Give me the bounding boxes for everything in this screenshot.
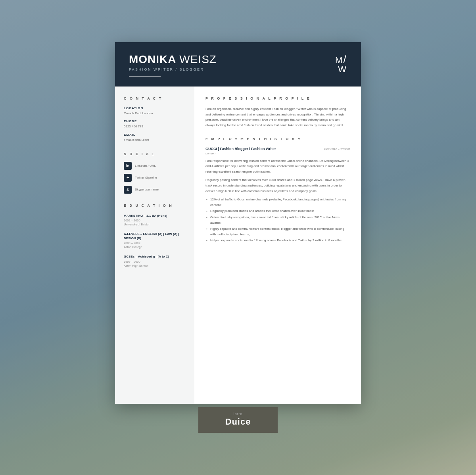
skype-icon: S <box>124 186 132 194</box>
email-label: EMAIL <box>124 133 186 137</box>
twitter-icon: ✦ <box>124 174 132 182</box>
header-title: FASHION WRITER / BLOGGER <box>129 67 217 71</box>
resume-paper: MONIKA WEISZ FASHION WRITER / BLOGGER M/… <box>115 42 361 404</box>
edu-school-1: University of Bristol <box>124 223 186 226</box>
linkedin-text: LinkedIn / URL <box>135 164 156 167</box>
edu-school-2: Aston College <box>124 245 186 249</box>
profile-text: I am an organised, creative and highly e… <box>205 106 350 128</box>
header-line <box>129 76 161 77</box>
skype-text: Skype username <box>135 188 159 191</box>
job-desc-1: I am responsible for delivering fashion … <box>205 158 350 175</box>
monogram-bottom: W <box>338 64 347 74</box>
branding-name: Duice <box>206 417 270 427</box>
edu-item-2: A-LEVELS – ENGLISH (A) | LAW (A) | DESIG… <box>124 232 186 249</box>
edu-year-2: 2000 – 2002 <box>124 241 186 245</box>
edu-school-3: Aston High School <box>124 264 186 267</box>
contact-section: C O N T A C T LOCATION Crouch End, Londo… <box>124 96 186 142</box>
resume-header: MONIKA WEISZ FASHION WRITER / BLOGGER M/… <box>115 42 361 87</box>
bullet-5: Helped expand a social media following a… <box>205 238 350 243</box>
bullet-3: Gained industry recognition, I was award… <box>205 215 350 225</box>
twitter-item: ✦ Twitter @profile <box>124 174 186 182</box>
bullet-4: Highly capable and communicative content… <box>205 226 350 237</box>
header-left: MONIKA WEISZ FASHION WRITER / BLOGGER <box>129 54 217 77</box>
job-header: GUCCI | Fashion Blogger / Fashion Writer… <box>205 147 350 151</box>
first-name: MONIKA <box>129 53 179 65</box>
phone-label: PHONE <box>124 119 186 123</box>
resume-wrapper: MONIKA WEISZ FASHION WRITER / BLOGGER M/… <box>115 42 361 433</box>
edu-item-3: GCSEs – Achieved g - (A to C) 1995 – 200… <box>124 254 186 267</box>
location-value: Crouch End, London <box>124 111 186 115</box>
job-desc-2: Regularly posting content that achieves … <box>205 177 350 194</box>
job-bullets: 12% of all traffic to Gucci online chann… <box>205 197 350 243</box>
bullet-2: Regularly produced stories and articles … <box>205 208 350 214</box>
branding-bar: intro Duice <box>198 407 278 433</box>
edu-title-2: A-LEVELS – ENGLISH (A) | LAW (A) | DESIG… <box>124 232 186 240</box>
job-title: GUCCI | Fashion Blogger / Fashion Writer <box>205 147 276 151</box>
profile-section-title: P R O F E S S I O N A L P R O F I L E <box>205 96 350 100</box>
job-location: London <box>205 152 350 155</box>
monogram-slash: / <box>343 53 347 65</box>
edu-item-1: MARKETING – 2.1 BA (Hons) 2002 – 2006 Un… <box>124 213 186 226</box>
branding-intro: intro <box>206 412 270 416</box>
edu-year-1: 2002 – 2006 <box>124 219 186 222</box>
employment-section: E M P L O Y M E N T H I S T O R Y GUCCI … <box>205 137 350 243</box>
header-name: MONIKA WEISZ <box>129 54 217 65</box>
header-monogram: M/ W <box>335 54 347 74</box>
job-date: Dec 2012 - Present <box>324 147 350 151</box>
bullet-1: 12% of all traffic to Gucci online chann… <box>205 197 350 208</box>
linkedin-item: in LinkedIn / URL <box>124 162 186 170</box>
phone-value: 0123 456 789 <box>124 124 186 129</box>
edu-title-1: MARKETING – 2.1 BA (Hons) <box>124 213 186 218</box>
last-name: WEISZ <box>179 53 217 65</box>
social-section-title: S O C I A L <box>124 152 186 156</box>
education-section: E D U C A T I O N MARKETING – 2.1 BA (Ho… <box>124 204 186 267</box>
employment-section-title: E M P L O Y M E N T H I S T O R Y <box>205 137 350 141</box>
education-section-title: E D U C A T I O N <box>124 204 186 208</box>
twitter-text: Twitter @profile <box>135 176 157 179</box>
edu-year-3: 1995 – 2000 <box>124 260 186 263</box>
social-section: S O C I A L in LinkedIn / URL ✦ Twitter … <box>124 152 186 194</box>
resume-sidebar: C O N T A C T LOCATION Crouch End, Londo… <box>115 87 194 404</box>
edu-title-3: GCSEs – Achieved g - (A to C) <box>124 254 186 259</box>
linkedin-icon: in <box>124 162 132 170</box>
resume-main: P R O F E S S I O N A L P R O F I L E I … <box>194 87 361 404</box>
skype-item: S Skype username <box>124 186 186 194</box>
resume-body: C O N T A C T LOCATION Crouch End, Londo… <box>115 87 361 404</box>
location-label: LOCATION <box>124 106 186 110</box>
contact-section-title: C O N T A C T <box>124 96 186 100</box>
email-value: email@email.com <box>124 138 186 142</box>
profile-section: P R O F E S S I O N A L P R O F I L E I … <box>205 96 350 128</box>
monogram-top: M <box>335 55 343 65</box>
